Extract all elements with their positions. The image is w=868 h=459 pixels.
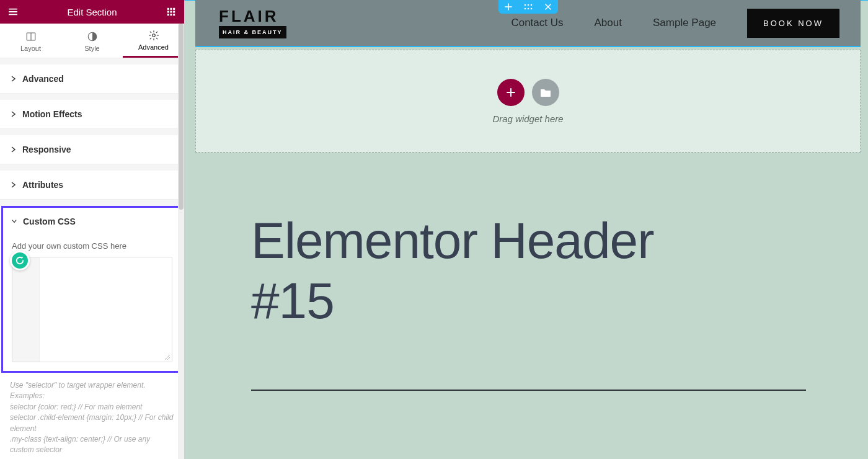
- grammarly-icon[interactable]: [10, 251, 30, 270]
- nav-link-about[interactable]: About: [595, 17, 622, 29]
- svg-rect-5: [173, 11, 175, 12]
- dropzone-actions: [497, 79, 559, 106]
- svg-rect-6: [167, 14, 169, 16]
- hero-title[interactable]: Elementor Header #15: [251, 211, 653, 331]
- svg-rect-3: [167, 11, 169, 12]
- custom-css-label: Add your own custom CSS here: [12, 241, 172, 251]
- sidebar-scrollbar[interactable]: [178, 24, 184, 459]
- svg-rect-2: [173, 8, 175, 10]
- template-library-button[interactable]: [532, 79, 559, 106]
- panel-title: Custom CSS: [23, 216, 76, 226]
- tab-layout[interactable]: Layout: [0, 24, 61, 58]
- tab-label: Advanced: [138, 43, 169, 51]
- hamburger-icon[interactable]: [7, 6, 19, 17]
- scrollbar-thumb[interactable]: [179, 24, 184, 210]
- svg-point-18: [530, 8, 532, 10]
- add-widget-button[interactable]: [497, 79, 525, 106]
- logo-sub-text: HAIR & BEAUTY: [219, 26, 286, 38]
- widget-dropzone[interactable]: Drag widget here: [195, 50, 861, 153]
- panel-title: Attributes: [22, 180, 63, 190]
- svg-rect-7: [170, 14, 172, 16]
- caret-right-icon: [11, 76, 16, 82]
- caret-right-icon: [11, 146, 16, 153]
- svg-point-15: [530, 4, 532, 6]
- custom-css-input[interactable]: [40, 257, 172, 362]
- sidebar-title: Edit Section: [19, 7, 166, 17]
- sidebar-header: Edit Section: [0, 0, 184, 24]
- svg-point-12: [152, 34, 155, 37]
- custom-css-hint: Use "selector" to target wrapper element…: [0, 373, 184, 459]
- site-logo[interactable]: FLAIR HAIR & BEAUTY: [219, 8, 286, 38]
- svg-rect-8: [173, 14, 175, 16]
- svg-rect-0: [167, 8, 169, 10]
- svg-point-17: [527, 8, 529, 10]
- panel-title: Responsive: [22, 145, 71, 154]
- delete-section-icon[interactable]: [542, 1, 554, 12]
- nav-link-sample[interactable]: Sample Page: [653, 17, 716, 29]
- tab-label: Layout: [20, 45, 41, 52]
- nav-link-contact[interactable]: Contact Us: [511, 17, 563, 29]
- panel-title: Motion Effects: [22, 109, 82, 119]
- editor-sidebar: Edit Section Layout Style Advanced Advan…: [0, 0, 184, 459]
- sidebar-tabs: Layout Style Advanced: [0, 24, 184, 58]
- tab-style[interactable]: Style: [61, 24, 123, 58]
- caret-down-icon: [12, 219, 17, 224]
- panel-title: Advanced: [22, 74, 64, 84]
- panel-advanced[interactable]: Advanced: [0, 65, 184, 94]
- book-now-button[interactable]: BOOK NOW: [747, 9, 839, 38]
- svg-point-16: [524, 8, 526, 10]
- site-header-section[interactable]: FLAIR HAIR & BEAUTY Contact Us About Sam…: [195, 0, 861, 47]
- caret-right-icon: [11, 111, 16, 117]
- svg-rect-1: [170, 8, 172, 10]
- panel-motion-effects[interactable]: Motion Effects: [0, 100, 184, 129]
- apps-grid-icon[interactable]: [166, 6, 177, 17]
- code-line-gutter: [12, 257, 40, 362]
- panel-custom-css-header[interactable]: Custom CSS: [3, 208, 181, 234]
- add-section-icon[interactable]: [503, 1, 514, 12]
- section-selection-toolbar: [498, 0, 558, 14]
- svg-point-13: [524, 4, 526, 6]
- tab-label: Style: [84, 45, 99, 52]
- main-nav: Contact Us About Sample Page BOOK NOW: [511, 9, 839, 38]
- panel-custom-css: Custom CSS Add your own custom CSS here: [1, 206, 183, 373]
- tab-advanced[interactable]: Advanced: [123, 24, 184, 58]
- svg-point-14: [527, 4, 529, 6]
- svg-rect-4: [170, 11, 172, 12]
- preview-canvas: FLAIR HAIR & BEAUTY Contact Us About Sam…: [184, 0, 868, 459]
- custom-css-editor: [12, 257, 172, 362]
- panel-responsive[interactable]: Responsive: [0, 135, 184, 164]
- dropzone-text: Drag widget here: [492, 114, 563, 124]
- panel-attributes[interactable]: Attributes: [0, 171, 184, 200]
- logo-main-text: FLAIR: [219, 8, 286, 24]
- hero-divider: [251, 390, 806, 391]
- resize-handle-icon[interactable]: [164, 354, 170, 360]
- drag-handle-icon[interactable]: [523, 1, 534, 12]
- caret-right-icon: [11, 182, 16, 188]
